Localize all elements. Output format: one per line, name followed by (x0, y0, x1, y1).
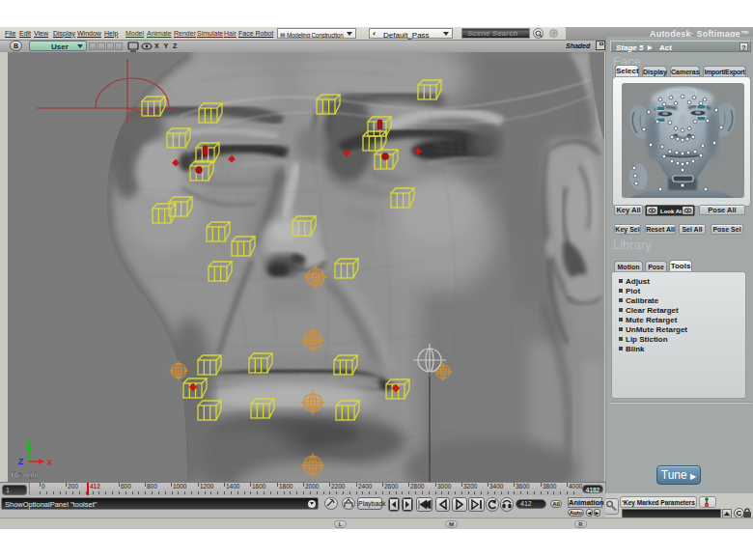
svg-text:Z: Z (18, 457, 24, 466)
svg-text:X: X (46, 458, 52, 467)
svg-text:Result: Result (11, 469, 37, 480)
svg-text:Y: Y (25, 438, 31, 448)
